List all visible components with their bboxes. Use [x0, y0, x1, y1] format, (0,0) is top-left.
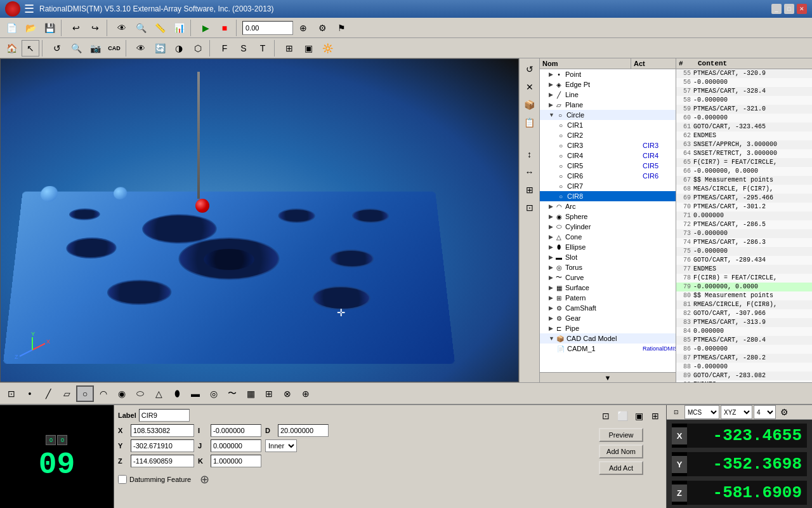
props-btn1[interactable]: ⊡	[599, 409, 613, 423]
shape-tool-slot[interactable]: ▬	[187, 385, 204, 402]
add-nom-button[interactable]: Add Nom	[599, 444, 643, 458]
scroll-down-arrow[interactable]: ▼	[540, 372, 676, 382]
shape-tool-curve[interactable]: 〜	[223, 385, 241, 402]
side-tool-5[interactable]: ↕	[521, 146, 538, 163]
inner-outer-select[interactable]: Inner Outer	[265, 439, 297, 452]
search-btn[interactable]: 🔍	[67, 40, 85, 57]
side-tool-6[interactable]: ↔	[521, 164, 538, 180]
close-button[interactable]: ✕	[797, 4, 807, 14]
mode-select[interactable]: XYZ RTP	[721, 405, 752, 419]
tree-item-curve[interactable]: ▶ 〜 Curve	[540, 272, 676, 283]
wire-btn[interactable]: ⬡	[189, 40, 207, 57]
side-tool-4[interactable]: 📋	[521, 114, 538, 131]
tree-item-pattern[interactable]: ▶ ⊞ Patern	[540, 293, 676, 303]
run-button[interactable]: ▶	[197, 20, 214, 36]
select-btn[interactable]: ▣	[299, 40, 317, 57]
tree-item-sphere[interactable]: ▶ ◉ Sphere	[540, 211, 676, 222]
tree-item-cir3[interactable]: ○ CIR3 CIR3	[540, 140, 676, 150]
tree-item-cadm1[interactable]: 📄 CADM_1 RationalDMIS.igs	[540, 344, 676, 354]
home-btn[interactable]: 🏠	[3, 40, 20, 57]
cad-btn[interactable]: CAD	[105, 40, 123, 57]
shade-btn[interactable]: ◑	[170, 40, 188, 57]
tree-item-line[interactable]: ▶ ╱ Line	[540, 90, 676, 100]
shape-tool-point[interactable]: •	[21, 385, 39, 402]
undo-button[interactable]: ↩	[67, 20, 85, 36]
shape-tool-extra1[interactable]: ⊗	[278, 385, 296, 402]
shape-tool-surface[interactable]: ▦	[242, 385, 259, 402]
z-input[interactable]	[131, 455, 194, 467]
x-input[interactable]	[131, 424, 194, 437]
coord-tool-1[interactable]: ⊡	[669, 405, 683, 419]
plus-btn[interactable]: ⊕	[294, 20, 312, 36]
tree-item-point[interactable]: ▶ • Point	[540, 69, 676, 79]
fit-btn[interactable]: ⊞	[280, 40, 298, 57]
top-btn[interactable]: T	[254, 40, 272, 57]
y-input[interactable]	[131, 439, 194, 452]
camera-btn[interactable]: 📷	[86, 40, 104, 57]
props-btn4[interactable]: ⊞	[648, 409, 662, 423]
side-tool-1[interactable]: ↺	[521, 61, 538, 77]
settings-btn[interactable]: ⚙	[313, 20, 331, 36]
tree-item-slot[interactable]: ▶ ▬ Slot	[540, 252, 676, 262]
report-button[interactable]: 📊	[170, 20, 188, 36]
refresh-btn[interactable]: ↺	[48, 40, 66, 57]
zoom-button[interactable]: 🔍	[132, 20, 150, 36]
tree-item-camshaft[interactable]: ▶ ⚙ CamShaft	[540, 303, 676, 313]
shape-tool-arc[interactable]: ◠	[95, 385, 112, 402]
side-tool-3[interactable]: 📦	[521, 97, 538, 113]
cursor-btn[interactable]: ↖	[22, 40, 39, 57]
tree-item-cir8[interactable]: ○ CIR8	[540, 191, 676, 201]
tree-item-cir2[interactable]: ○ CIR2	[540, 130, 676, 140]
tree-item-plane[interactable]: ▶ ▱ Plane	[540, 100, 676, 110]
tree-item-circle-folder[interactable]: ▼ ○ Circle	[540, 110, 676, 120]
viewport-3d[interactable]: X Y Z ✛	[0, 58, 519, 382]
preview-button[interactable]: Preview	[599, 428, 643, 442]
i-input[interactable]	[211, 424, 261, 437]
side-tool-2[interactable]: ✕	[521, 79, 538, 95]
label-input[interactable]	[139, 409, 190, 422]
shape-tool-cylinder[interactable]: ⬭	[131, 385, 149, 402]
shape-tool-line[interactable]: ╱	[39, 385, 57, 402]
tree-item-cir1[interactable]: ○ CIR1	[540, 120, 676, 130]
shape-tool-torus[interactable]: ◎	[205, 385, 223, 402]
new-button[interactable]: 📄	[3, 20, 20, 36]
tree-item-cadmodel[interactable]: ▼ 📦 CAD Cad Model	[540, 333, 676, 344]
tree-item-surface[interactable]: ▶ ▦ Surface	[540, 283, 676, 293]
add-act-button[interactable]: Add Act	[599, 461, 643, 475]
tree-item-cir6[interactable]: ○ CIR6 CIR6	[540, 171, 676, 181]
digits-select[interactable]: 4 3 5	[754, 405, 776, 419]
shape-tool-circle[interactable]: ○	[76, 385, 94, 402]
shape-tool-1[interactable]: ⊡	[3, 385, 20, 402]
cs-select[interactable]: MCS PCS	[684, 405, 719, 419]
side-btn[interactable]: S	[235, 40, 252, 57]
view-button[interactable]: 👁	[113, 20, 131, 36]
props-btn2[interactable]: ⬜	[615, 409, 629, 423]
maximize-button[interactable]: □	[784, 4, 794, 14]
tree-item-cir7[interactable]: ○ CIR7	[540, 181, 676, 191]
display-btn[interactable]: 👁	[132, 40, 150, 57]
side-tool-7[interactable]: ⊞	[521, 182, 538, 198]
redo-button[interactable]: ↪	[86, 20, 104, 36]
coord-input[interactable]: 0.00	[242, 21, 293, 35]
rotate-btn[interactable]: 🔄	[151, 40, 169, 57]
datum-checkbox[interactable]	[118, 475, 127, 484]
front-btn[interactable]: F	[216, 40, 233, 57]
tree-item-cir5[interactable]: ○ CIR5 CIR5	[540, 161, 676, 171]
minimize-button[interactable]: _	[771, 4, 782, 14]
menu-icon[interactable]: ☰	[24, 2, 34, 16]
tree-item-cylinder[interactable]: ▶ ⬭ Cylinder	[540, 222, 676, 232]
shape-tool-cone[interactable]: △	[150, 385, 167, 402]
tree-item-arc[interactable]: ▶ ◠ Arc	[540, 201, 676, 211]
tree-item-edgept[interactable]: ▶ ◈ Edge Pt	[540, 79, 676, 90]
measure-button[interactable]: 📏	[151, 20, 169, 36]
open-button[interactable]: 📂	[22, 20, 39, 36]
save-button[interactable]: 💾	[41, 20, 58, 36]
k-input[interactable]	[211, 455, 261, 467]
tree-item-pipe[interactable]: ▶ ⊏ Pipe	[540, 323, 676, 333]
shape-tool-pattern[interactable]: ⊞	[260, 385, 278, 402]
j-input[interactable]	[211, 439, 261, 452]
tree-item-gear[interactable]: ▶ ⚙ Gear	[540, 313, 676, 323]
filter-btn[interactable]: 🔆	[318, 40, 336, 57]
tree-item-cone[interactable]: ▶ △ Cone	[540, 232, 676, 242]
tree-item-torus[interactable]: ▶ ◎ Torus	[540, 262, 676, 272]
